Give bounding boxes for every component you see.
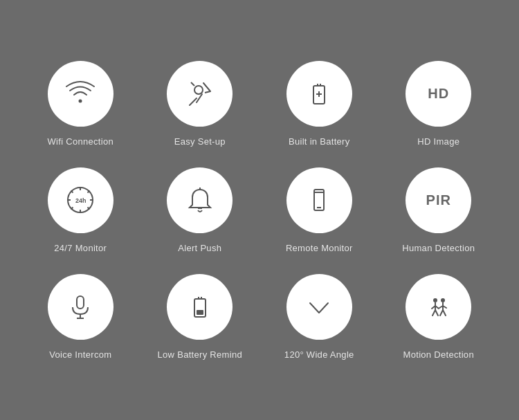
- tools-icon: [183, 76, 217, 111]
- motion-icon: [421, 289, 456, 324]
- svg-line-44: [440, 310, 443, 316]
- hd-icon: HD: [428, 86, 449, 102]
- remote-icon-circle: [286, 167, 352, 233]
- phone-icon: [302, 183, 336, 217]
- hd-label: HD Image: [417, 136, 459, 147]
- 247-label: 24/7 Monitor: [54, 243, 107, 253]
- setup-icon-circle: [167, 61, 233, 127]
- feature-battery: Built in Battery: [266, 61, 372, 147]
- svg-rect-33: [197, 310, 203, 315]
- wide-angle-icon: [302, 289, 336, 324]
- feature-voice: Voice Intercom: [28, 274, 134, 360]
- features-grid: Wifi Connection Easy Set-up: [0, 47, 519, 374]
- pir-icon: PIR: [426, 192, 451, 208]
- svg-line-6: [197, 94, 202, 102]
- svg-line-38: [432, 310, 435, 316]
- battery-icon-circle: [286, 61, 352, 127]
- feature-wideangle: 120° Wide Angle: [266, 274, 372, 360]
- svg-point-0: [79, 100, 82, 103]
- voice-icon-circle: [48, 274, 113, 340]
- feature-setup: Easy Set-up: [147, 61, 253, 147]
- setup-label: Easy Set-up: [174, 136, 226, 147]
- wifi-icon: [63, 76, 98, 111]
- svg-line-1: [190, 98, 197, 105]
- feature-remote: Remote Monitor: [266, 167, 372, 253]
- 247-icon: 24h: [60, 180, 100, 220]
- svg-line-39: [435, 310, 438, 316]
- microphone-icon: [63, 289, 98, 324]
- feature-motion: Motion Detection: [386, 274, 492, 360]
- lowbattery-label: Low Battery Remind: [158, 349, 242, 360]
- wifi-icon-circle: [48, 61, 113, 127]
- svg-point-2: [194, 86, 203, 94]
- alert-label: Alert Push: [178, 243, 221, 253]
- low-battery-icon: [183, 289, 217, 324]
- feature-lowbattery: Low Battery Remind: [147, 274, 253, 360]
- svg-line-3: [191, 82, 194, 86]
- voice-label: Voice Intercom: [49, 349, 111, 360]
- svg-rect-27: [77, 296, 84, 309]
- wideangle-icon-circle: [286, 274, 352, 340]
- human-label: Human Detection: [402, 243, 475, 253]
- motion-icon-circle: [406, 274, 471, 340]
- feature-hd: HD HD Image: [386, 61, 492, 147]
- svg-point-34: [433, 298, 437, 302]
- battery-icon: [302, 76, 336, 111]
- motion-label: Motion Detection: [403, 349, 474, 360]
- feature-wifi: Wifi Connection: [28, 61, 134, 147]
- feature-alert: Alert Push: [147, 167, 253, 253]
- alert-icon-circle: [167, 167, 233, 233]
- human-icon-circle: PIR: [406, 167, 471, 233]
- battery-label: Built in Battery: [289, 136, 350, 147]
- wifi-label: Wifi Connection: [47, 136, 113, 147]
- svg-line-45: [443, 310, 446, 316]
- svg-line-5: [205, 91, 210, 93]
- svg-line-4: [203, 83, 210, 91]
- feature-247: 24h 24/7 Monitor: [28, 167, 134, 253]
- lowbattery-icon-circle: [167, 274, 233, 340]
- hd-icon-circle: HD: [406, 61, 471, 127]
- feature-human: PIR Human Detection: [386, 167, 492, 253]
- wideangle-label: 120° Wide Angle: [284, 349, 354, 360]
- svg-point-40: [441, 298, 445, 302]
- remote-label: Remote Monitor: [286, 243, 353, 253]
- 247-icon-circle: 24h: [48, 167, 113, 233]
- bell-icon: [183, 183, 217, 217]
- svg-text:24h: 24h: [75, 197, 86, 204]
